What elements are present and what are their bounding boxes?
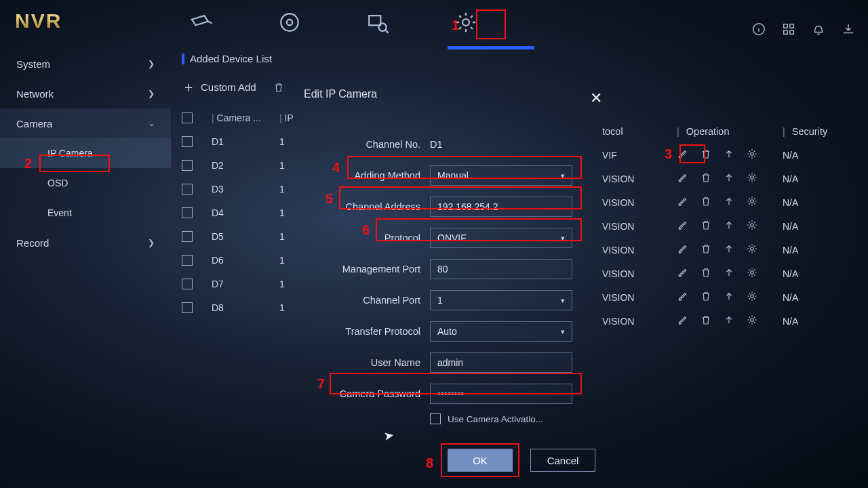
info-icon[interactable] — [751, 22, 766, 37]
cell-protocol: VISION — [602, 197, 677, 208]
edit-icon[interactable] — [677, 148, 689, 162]
checkbox[interactable] — [182, 160, 193, 171]
export-icon[interactable] — [841, 22, 856, 37]
checkbox[interactable] — [182, 279, 193, 289]
sidebar-item-record[interactable]: Record ❯ — [0, 228, 171, 258]
toolbar: ＋ Custom Add — [176, 68, 868, 106]
cell-protocol: VISION — [602, 221, 677, 232]
checkbox[interactable] — [182, 136, 193, 147]
sidebar-item-network[interactable]: Network ❯ — [0, 79, 171, 108]
management-port-input[interactable]: 80 — [430, 259, 572, 279]
edit-icon[interactable] — [677, 171, 689, 186]
camera-password-input[interactable]: •••••••• — [430, 384, 572, 404]
delete-button[interactable] — [273, 81, 285, 94]
table-row[interactable]: VISION N/A — [602, 285, 841, 309]
bell-icon[interactable] — [811, 22, 826, 37]
input-value: 192.168.254.2 — [437, 201, 498, 212]
up-icon[interactable] — [723, 314, 735, 328]
input-value: 80 — [437, 264, 448, 274]
ok-button[interactable]: OK — [448, 449, 513, 472]
sidebar-sub-label: OSD — [47, 178, 68, 188]
dialog-title: Edit IP Camera — [304, 88, 377, 100]
cell-channel: D1 — [212, 136, 279, 147]
table-row[interactable]: VISION N/A — [602, 167, 841, 190]
checkbox[interactable] — [182, 207, 193, 218]
checkbox[interactable] — [430, 413, 441, 424]
gear-icon[interactable] — [746, 290, 758, 304]
gear-icon[interactable] — [746, 266, 758, 281]
user-name-input[interactable]: admin — [430, 352, 572, 373]
field-label: Adding Method — [298, 170, 430, 181]
adding-method-select[interactable]: Manual ▾ — [430, 165, 572, 186]
trash-icon[interactable] — [700, 290, 712, 304]
trash-icon[interactable] — [700, 266, 712, 281]
edit-icon[interactable] — [677, 290, 689, 304]
up-icon[interactable] — [723, 290, 735, 304]
cell-channel: D8 — [212, 302, 279, 313]
gear-icon[interactable] — [746, 243, 758, 257]
checkbox-label: Use Camera Activatio... — [448, 414, 543, 424]
protocol-select[interactable]: ONVIF ▾ — [430, 228, 572, 248]
search-icon[interactable] — [366, 11, 389, 34]
checkbox[interactable] — [182, 255, 193, 266]
channel-port-select[interactable]: 1 ▾ — [430, 290, 572, 310]
close-button[interactable]: ✕ — [590, 89, 602, 107]
chevron-right-icon: ❯ — [148, 238, 155, 247]
sidebar-item-camera[interactable]: Camera ⌄ — [0, 108, 171, 138]
trash-icon[interactable] — [700, 219, 712, 233]
field-label: Channel Port — [298, 295, 430, 306]
up-icon[interactable] — [723, 243, 735, 257]
col-protocol: tocol — [602, 126, 677, 137]
channel-address-input[interactable]: 192.168.254.2 — [430, 197, 572, 217]
custom-add-button[interactable]: ＋ Custom Add — [182, 78, 256, 96]
grid-icon[interactable] — [781, 22, 796, 37]
checkbox[interactable] — [182, 302, 193, 313]
edit-icon[interactable] — [677, 219, 689, 233]
gear-icon[interactable] — [746, 195, 758, 209]
trash-icon[interactable] — [700, 314, 712, 328]
svg-point-14 — [751, 247, 754, 251]
annotation-label-7: 7 — [317, 376, 325, 392]
gear-icon[interactable] — [746, 171, 758, 186]
gear-icon[interactable] — [746, 219, 758, 233]
table-row[interactable]: VISION N/A — [602, 309, 841, 333]
trash-icon[interactable] — [700, 243, 712, 257]
trash-icon[interactable] — [700, 195, 712, 209]
table-row[interactable]: VISION N/A — [602, 238, 841, 262]
cell-protocol: VISION — [602, 292, 677, 303]
edit-icon[interactable] — [677, 195, 689, 209]
trash-icon[interactable] — [700, 148, 712, 162]
cancel-button[interactable]: Cancel — [530, 449, 595, 472]
up-icon[interactable] — [723, 171, 735, 186]
gear-icon[interactable] — [746, 314, 758, 328]
col-camera: Camera ... — [217, 113, 261, 123]
playback-icon[interactable] — [278, 11, 301, 34]
up-icon[interactable] — [723, 266, 735, 281]
sidebar-item-system[interactable]: System ❯ — [0, 49, 171, 79]
transfer-protocol-select[interactable]: Auto ▾ — [430, 321, 572, 342]
edit-icon[interactable] — [677, 243, 689, 257]
table-row[interactable]: VISION N/A — [602, 190, 841, 214]
gear-icon[interactable] — [746, 148, 758, 162]
checkbox-all[interactable] — [182, 113, 193, 123]
up-icon[interactable] — [723, 219, 735, 233]
svg-point-15 — [751, 271, 754, 274]
up-icon[interactable] — [723, 148, 735, 162]
checkbox[interactable] — [182, 231, 193, 242]
chevron-down-icon: ▾ — [561, 171, 565, 180]
cell-channel: D4 — [212, 207, 279, 218]
up-icon[interactable] — [723, 195, 735, 209]
table-row[interactable]: VIF N/A — [602, 143, 841, 167]
sidebar-sub-osd[interactable]: OSD — [0, 168, 171, 198]
cell-operation — [677, 148, 783, 162]
edit-icon[interactable] — [677, 266, 689, 281]
use-activation-row[interactable]: Use Camera Activatio... — [430, 413, 597, 424]
trash-icon[interactable] — [700, 171, 712, 186]
table-row[interactable]: VISION N/A — [602, 262, 841, 285]
sidebar-sub-event[interactable]: Event — [0, 198, 171, 228]
camera-icon[interactable] — [190, 11, 213, 34]
edit-icon[interactable] — [677, 314, 689, 328]
checkbox[interactable] — [182, 184, 193, 195]
table-row[interactable]: VISION N/A — [602, 214, 841, 238]
sidebar: System ❯ Network ❯ Camera ⌄ IP Camera OS… — [0, 49, 171, 258]
